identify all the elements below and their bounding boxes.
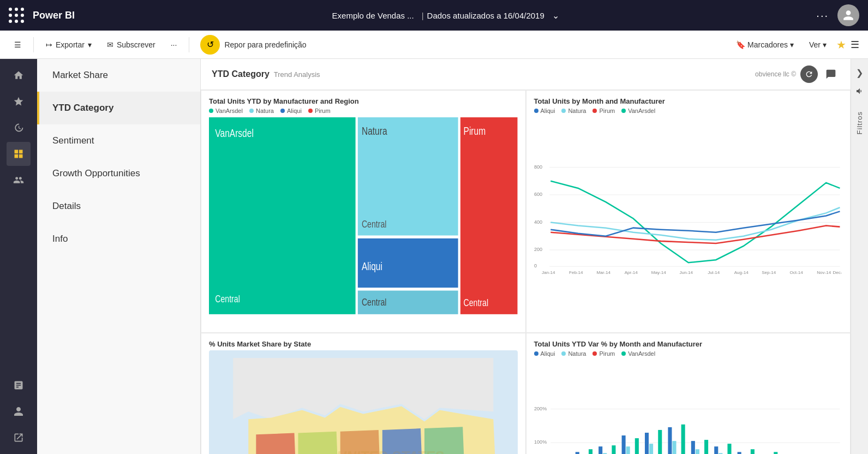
subscribe-button[interactable]: ✉ Subscrever: [101, 37, 161, 52]
svg-rect-65: [621, 435, 625, 454]
svg-text:UNITED STATES: UNITED STATES: [337, 449, 444, 454]
sidebar-item-info[interactable]: Info: [37, 223, 200, 255]
map-panel: % Units Market Share by State: [201, 333, 526, 454]
nav-reports-icon[interactable]: [7, 373, 31, 397]
nav-favorites-icon[interactable]: [7, 89, 31, 113]
sidebar-item-growth-opportunities[interactable]: Growth Opportunities: [37, 157, 200, 190]
nav-dashboard-icon[interactable]: [7, 142, 31, 166]
svg-text:Central: Central: [362, 218, 387, 229]
svg-text:800: 800: [534, 164, 542, 170]
topbar: Power BI Exemplo de Vendas ... | Dados a…: [0, 0, 868, 31]
treemap-panel: Total Units YTD by Manufacturer and Regi…: [201, 90, 526, 333]
svg-text:Mar-14: Mar-14: [596, 270, 610, 275]
chevron-view-icon: ▾: [823, 40, 827, 49]
report-header: YTD Category Trend Analysis obvience llc…: [201, 59, 851, 90]
sidebar-item-sentiment[interactable]: Sentiment: [37, 124, 200, 157]
legend-vanarsdel: VanArsdel: [209, 107, 243, 114]
svg-text:Dec-14: Dec-14: [833, 270, 842, 275]
report-page-title: YTD Category: [212, 69, 270, 79]
svg-rect-60: [588, 449, 592, 454]
mail-icon: ✉: [107, 40, 113, 49]
report-title-header: Exemplo de Vendas ...: [332, 11, 414, 20]
app-title: Power BI: [33, 10, 75, 21]
svg-rect-78: [695, 449, 699, 454]
svg-rect-76: [681, 425, 685, 454]
sidebar-item-details[interactable]: Details: [37, 190, 200, 223]
bookmarks-button[interactable]: 🔖 Marcadores ▾: [731, 37, 799, 52]
map-svg: UNITED STATES MEXICO Gulf of Mexico Sarg…: [209, 350, 518, 454]
svg-rect-8: [460, 117, 518, 314]
treemap-visual[interactable]: VanArsdel Central Natura Central Aliqui …: [209, 117, 518, 314]
svg-rect-64: [612, 445, 615, 454]
sidebar-item-label: Details: [52, 201, 81, 212]
svg-text:Natura: Natura: [362, 126, 387, 138]
user-avatar[interactable]: [837, 4, 859, 26]
more-toolbar-button[interactable]: ···: [165, 37, 183, 52]
favorite-star-button[interactable]: ★: [836, 38, 846, 51]
svg-text:400: 400: [534, 219, 542, 225]
nav-recent-icon[interactable]: [7, 116, 31, 140]
sidebar-item-market-share[interactable]: Market Share: [37, 59, 200, 92]
sidebar-item-label: Growth Opportunities: [52, 168, 140, 179]
sidebar-item-label: Market Share: [52, 70, 108, 81]
svg-text:Nov-14: Nov-14: [817, 270, 831, 275]
svg-rect-74: [672, 441, 676, 454]
filtros-label: Filtros: [855, 111, 864, 134]
legend-aliqui: Aliqui: [280, 107, 302, 114]
collapse-panel-button[interactable]: ❯: [852, 63, 867, 82]
nav-home-icon[interactable]: [7, 63, 31, 87]
treemap-legend: VanArsdel Natura Aliqui Pirum: [209, 107, 518, 114]
view-button[interactable]: Ver ▾: [804, 37, 832, 52]
svg-text:Feb-14: Feb-14: [568, 270, 583, 275]
divider-1: [33, 37, 34, 52]
nav-expand-icon[interactable]: [7, 426, 31, 450]
svg-text:Jul-14: Jul-14: [708, 270, 720, 275]
grid-icon[interactable]: [9, 8, 24, 23]
bookmark-icon: 🔖: [736, 40, 745, 49]
legend-natura: Natura: [249, 107, 274, 114]
speaker-icon[interactable]: [851, 82, 869, 103]
chevron-down-icon[interactable]: ⌄: [552, 10, 559, 21]
brand-label: obvience llc ©: [755, 70, 796, 78]
svg-rect-77: [691, 441, 695, 454]
line-chart-visual[interactable]: 800 600 400 200 0: [534, 117, 843, 314]
legend-natura-line: Natura: [561, 107, 586, 114]
legend-pirum-line: Pirum: [592, 107, 615, 114]
svg-rect-66: [626, 446, 630, 454]
bar-chart-visual[interactable]: 200% 100% 0% -100%: [534, 360, 843, 454]
main-layout: Market Share YTD Category Sentiment Grow…: [0, 59, 868, 454]
svg-text:Oct-14: Oct-14: [789, 270, 803, 275]
svg-rect-72: [658, 430, 662, 454]
sidebar-item-ytd-category[interactable]: YTD Category: [37, 92, 200, 124]
report-refresh-button[interactable]: [800, 65, 818, 83]
line-chart-title: Total Units by Month and Manufacturer: [534, 97, 843, 105]
svg-rect-0: [209, 117, 356, 314]
svg-text:VanArsdel: VanArsdel: [215, 127, 254, 139]
svg-rect-81: [714, 446, 718, 454]
reset-button[interactable]: ↺: [200, 35, 220, 55]
nav-shared-icon[interactable]: [7, 168, 31, 192]
svg-text:Central: Central: [464, 297, 489, 308]
report-comment-button[interactable]: [822, 65, 840, 83]
hamburger-menu-button[interactable]: ☰: [9, 37, 27, 52]
export-icon: ↦: [46, 40, 52, 49]
map-visual[interactable]: UNITED STATES MEXICO Gulf of Mexico Sarg…: [209, 350, 518, 454]
export-button[interactable]: ↦ Exportar ▾: [40, 37, 97, 52]
svg-text:100%: 100%: [534, 439, 547, 445]
svg-rect-84: [727, 444, 731, 454]
list-view-button[interactable]: ☰: [851, 39, 859, 51]
charts-grid: Total Units YTD by Manufacturer and Regi…: [201, 90, 851, 454]
content-area: YTD Category Trend Analysis obvience llc…: [201, 59, 851, 454]
nav-user-icon[interactable]: [7, 399, 31, 423]
svg-text:Sep-14: Sep-14: [762, 270, 776, 275]
reset-label[interactable]: Repor para predefinição: [224, 40, 306, 49]
line-chart-legend: Aliqui Natura Pirum VanArsdel: [534, 107, 843, 114]
map-title: % Units Market Share by State: [209, 340, 518, 348]
legend-pirum-bar: Pirum: [592, 350, 615, 357]
legend-vanarsdel-line: VanArsdel: [621, 107, 655, 114]
svg-text:0: 0: [534, 263, 537, 268]
svg-rect-85: [737, 452, 741, 454]
more-options-button[interactable]: ···: [816, 9, 829, 22]
svg-rect-68: [634, 438, 638, 454]
bar-chart-title: Total Units YTD Var % by Month and Manuf…: [534, 340, 843, 348]
